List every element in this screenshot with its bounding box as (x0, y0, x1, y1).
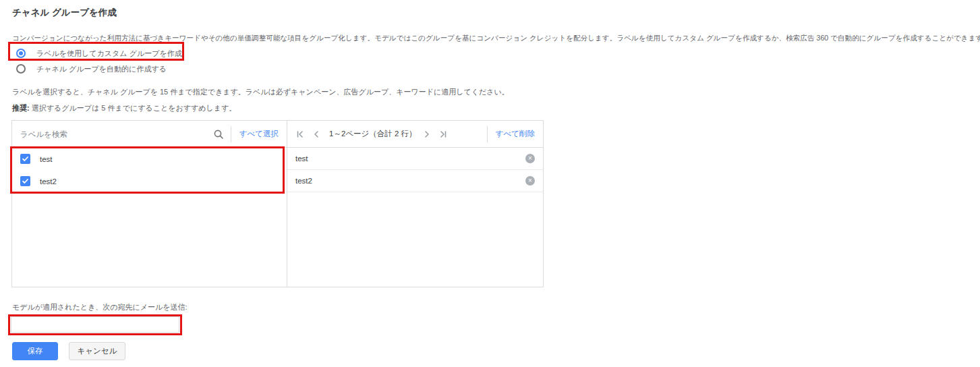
available-label-text: test (40, 155, 53, 163)
label-search-input[interactable] (20, 130, 213, 138)
description-body: コンバージョンにつながった利用方法に基づきキーワードやその他の単価調整可能な項目… (12, 34, 980, 42)
available-labels-list: test test2 (12, 148, 287, 287)
selected-labels-list: test × test2 × (287, 148, 543, 287)
email-notification-label: モデルが適用されたとき、次の宛先にメールを送信: (12, 302, 188, 312)
selected-labels-header: 1～2ページ（合計 2 行） すべて削除 (287, 121, 543, 148)
instruction-text: ラベルを選択すると、チャネル グループを 15 件まで指定できます。ラベルは必ず… (12, 87, 509, 97)
pagination-text: 1～2ページ（合計 2 行） (329, 129, 417, 139)
prev-page-icon[interactable] (312, 130, 321, 139)
header-divider (231, 126, 231, 142)
available-label-row[interactable]: test (12, 148, 287, 170)
checkbox-checked-icon[interactable] (20, 176, 30, 186)
page-title: チャネル グループを作成 (12, 7, 117, 19)
radio-option-auto-group[interactable]: チャネル グループを自動的に作成する (16, 62, 167, 76)
selected-label-row: test × (287, 148, 543, 170)
available-labels-header: すべて選択 (12, 121, 287, 148)
remove-all-button[interactable]: すべて削除 (494, 129, 536, 139)
available-label-text: test2 (40, 177, 57, 186)
save-button[interactable]: 保存 (12, 342, 58, 360)
recommendation-prefix: 推奨: (12, 104, 30, 112)
email-input[interactable] (11, 316, 179, 333)
recommendation-text: 推奨: 選択するグループは 5 件までにすることをおすすめします。 (12, 103, 236, 113)
label-picker-panel: すべて選択 test te (11, 120, 544, 287)
create-channel-group-page: チャネル グループを作成 コンバージョンにつながった利用方法に基づきキーワードや… (0, 0, 980, 367)
remove-icon[interactable]: × (525, 154, 535, 163)
search-icon (213, 129, 224, 140)
radio-option-custom-group-label: ラベルを使用してカスタム グループを作成 (36, 49, 182, 59)
selected-label-text: test2 (295, 177, 312, 185)
radio-unselected-icon[interactable] (16, 64, 26, 74)
radio-dot (19, 51, 23, 55)
checkbox-checked-icon[interactable] (20, 154, 30, 164)
selected-labels-panel: 1～2ページ（合計 2 行） すべて削除 (287, 121, 543, 287)
available-label-row[interactable]: test2 (12, 170, 287, 192)
header-divider (487, 126, 488, 142)
selected-label-text: test (295, 154, 308, 163)
selected-label-row: test2 × (287, 170, 543, 192)
remove-icon[interactable]: × (525, 176, 535, 186)
description-text: コンバージョンにつながった利用方法に基づきキーワードやその他の単価調整可能な項目… (12, 34, 977, 43)
select-all-button[interactable]: すべて選択 (238, 129, 280, 139)
recommendation-body: 選択するグループは 5 件までにすることをおすすめします。 (30, 104, 237, 112)
radio-option-custom-group[interactable]: ラベルを使用してカスタム グループを作成 (16, 47, 182, 60)
last-page-icon[interactable] (438, 130, 448, 139)
first-page-icon[interactable] (295, 130, 305, 139)
cancel-button[interactable]: キャンセル (69, 342, 125, 360)
radio-option-auto-group-label: チャネル グループを自動的に作成する (36, 64, 167, 74)
next-page-icon[interactable] (422, 130, 432, 139)
pagination: 1～2ページ（合計 2 行） (295, 129, 455, 139)
available-labels-panel: すべて選択 test te (12, 121, 287, 287)
radio-selected-icon[interactable] (16, 49, 26, 58)
